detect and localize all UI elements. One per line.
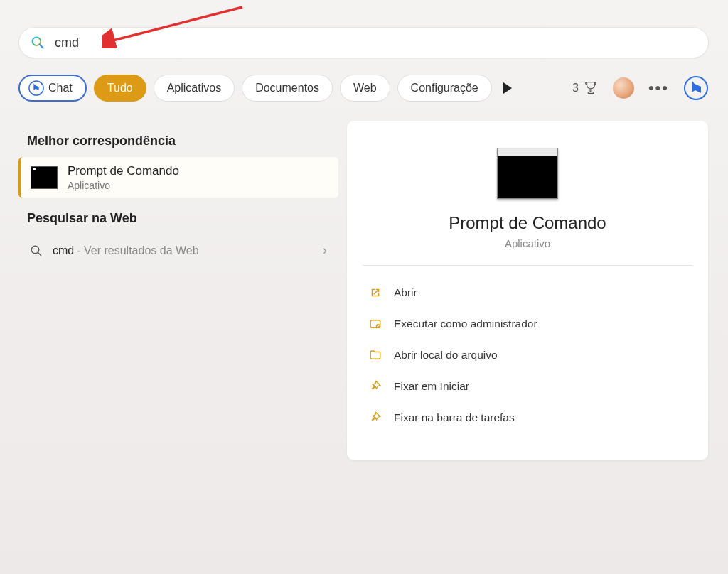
tab-apps-label: Aplicativos xyxy=(167,82,221,94)
divider xyxy=(363,265,692,266)
rewards-count: 3 xyxy=(572,82,579,94)
search-icon xyxy=(30,244,43,257)
tab-web[interactable]: Web xyxy=(340,75,390,102)
cmd-hero-icon xyxy=(497,148,558,199)
action-list: Abrir Executar como administrador Abrir … xyxy=(363,278,692,432)
tab-docs-label: Documentos xyxy=(255,82,319,94)
tab-settings-label: Configuraçõe xyxy=(411,82,478,94)
trophy-icon xyxy=(583,80,599,96)
admin-icon xyxy=(368,317,382,331)
search-bar[interactable] xyxy=(18,27,709,58)
tab-chat[interactable]: Chat xyxy=(18,75,87,102)
web-search-header: Pesquisar na Web xyxy=(27,211,330,226)
best-match-title: Prompt de Comando xyxy=(68,164,179,178)
filter-row: Chat Tudo Aplicativos Documentos Web Con… xyxy=(18,73,709,103)
results-pane: Melhor correspondência Prompt de Comando… xyxy=(18,121,338,266)
search-input[interactable] xyxy=(55,36,697,50)
action-label: Abrir local do arquivo xyxy=(394,349,498,362)
avatar[interactable] xyxy=(613,77,634,99)
rewards-badge[interactable]: 3 xyxy=(572,80,599,96)
tab-chat-label: Chat xyxy=(48,82,73,94)
action-open-location[interactable]: Abrir local do arquivo xyxy=(363,341,692,369)
action-open[interactable]: Abrir xyxy=(363,278,692,307)
best-match-subtitle: Aplicativo xyxy=(68,180,179,191)
folder-icon xyxy=(368,348,382,362)
action-label: Fixar na barra de tarefas xyxy=(394,411,515,424)
tab-docs[interactable]: Documentos xyxy=(242,75,333,102)
web-search-item[interactable]: cmd - Ver resultados da Web › xyxy=(18,234,338,266)
svg-line-3 xyxy=(40,45,43,48)
pin-icon xyxy=(368,411,382,425)
tab-all-label: Tudo xyxy=(107,82,133,94)
bing-icon[interactable] xyxy=(683,75,709,101)
action-label: Executar como administrador xyxy=(394,318,537,330)
tab-settings[interactable]: Configuraçõe xyxy=(397,75,492,102)
more-menu-icon[interactable]: ••• xyxy=(648,79,669,97)
bing-chat-icon xyxy=(28,80,44,96)
open-icon xyxy=(368,286,382,300)
search-icon xyxy=(31,36,45,50)
best-match-item[interactable]: Prompt de Comando Aplicativo xyxy=(18,157,338,198)
tab-all[interactable]: Tudo xyxy=(94,75,146,102)
detail-pane: Prompt de Comando Aplicativo Abrir Execu… xyxy=(347,121,708,460)
tabs-more-arrow-icon[interactable] xyxy=(503,82,512,94)
web-search-suffix: - Ver resultados da Web xyxy=(77,244,198,257)
action-label: Fixar em Iniciar xyxy=(394,380,469,393)
svg-line-7 xyxy=(38,252,41,256)
detail-title: Prompt de Comando xyxy=(363,213,692,233)
tab-web-label: Web xyxy=(353,82,377,94)
tab-apps[interactable]: Aplicativos xyxy=(154,75,235,102)
best-match-header: Melhor correspondência xyxy=(27,134,330,148)
action-run-admin[interactable]: Executar como administrador xyxy=(363,310,692,338)
action-label: Abrir xyxy=(394,286,417,299)
web-search-query: cmd xyxy=(53,244,74,257)
chevron-right-icon: › xyxy=(323,243,327,258)
action-pin-taskbar[interactable]: Fixar na barra de tarefas xyxy=(363,404,692,432)
pin-icon xyxy=(368,379,382,394)
detail-subtitle: Aplicativo xyxy=(363,237,692,249)
action-pin-start[interactable]: Fixar em Iniciar xyxy=(363,372,692,401)
cmd-app-icon xyxy=(31,166,58,189)
